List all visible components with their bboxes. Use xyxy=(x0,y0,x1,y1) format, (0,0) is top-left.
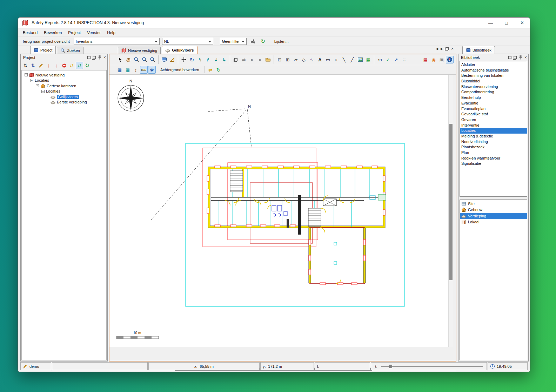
library-item[interactable]: Signalisatie xyxy=(460,161,527,167)
tree-row-floor-ground[interactable]: Gelijkvloers xyxy=(23,94,106,100)
zoom-out-tool-button[interactable] xyxy=(141,56,148,63)
select-tool-button[interactable] xyxy=(116,56,124,63)
tree-label-floor-first[interactable]: Eerste verdieping xyxy=(57,100,87,104)
table-tool-icon[interactable]: ▦ xyxy=(364,56,372,63)
tree-row-locaties2[interactable]: − Locaties xyxy=(23,89,106,94)
library-item[interactable]: Evacuatieplan xyxy=(460,106,527,112)
legend-grid-icon[interactable]: ▦ xyxy=(422,56,429,63)
tree-row-floor-first[interactable]: Eerste verdieping xyxy=(23,100,106,105)
collapse-icon[interactable]: − xyxy=(41,90,45,93)
library-item[interactable]: Eerste hulp xyxy=(460,95,527,101)
image-tool-button[interactable] xyxy=(356,56,364,63)
pin-icon[interactable] xyxy=(98,55,101,60)
grid-resize-icon[interactable]: ▦ xyxy=(124,66,132,74)
move-down-icon[interactable]: ↓ xyxy=(53,62,60,69)
library-item[interactable]: Noodverlichting xyxy=(460,139,527,145)
tab-gelijkvloers[interactable]: Gelijkvloers xyxy=(162,46,197,54)
snap-corner-2-icon[interactable]: ↱ xyxy=(204,56,212,63)
floor-plan-svg[interactable]: N N xyxy=(109,75,448,347)
tab-eigenschappen[interactable]: Eigenschappen xyxy=(148,372,188,372)
zoom-slider[interactable] xyxy=(381,366,483,367)
tab-relaties[interactable]: Relaties xyxy=(189,372,217,372)
float-document-icon[interactable] xyxy=(446,47,449,50)
tab-bibliotheek[interactable]: Bibliotheek xyxy=(462,46,495,54)
lists-button[interactable]: Lijsten... xyxy=(274,39,289,43)
library-item[interactable]: Plaatsbezoek xyxy=(460,144,527,150)
tree-row-root[interactable]: − Nieuwe vestiging xyxy=(23,72,106,78)
tree-row-building[interactable]: − Certeso kantoren xyxy=(23,83,106,89)
level-item-gebouw[interactable]: Gebouw xyxy=(460,207,527,213)
close-panel-icon[interactable]: × xyxy=(524,56,527,59)
collapse-icon[interactable]: − xyxy=(36,84,39,87)
freehand-tool-icon[interactable]: ╱ xyxy=(348,56,356,63)
tab-rapporten[interactable]: Rapporten xyxy=(243,372,275,372)
vertical-scrollbar[interactable] xyxy=(448,75,453,347)
north-compass-button[interactable] xyxy=(446,56,454,63)
sort-descending-icon[interactable]: ⇅ xyxy=(29,62,37,69)
grid-toggle-icon[interactable]: ▦ xyxy=(116,66,123,74)
tab-nieuwe-vestiging[interactable]: Nieuwe vestiging xyxy=(118,47,161,54)
zoom-in-tool-button[interactable] xyxy=(133,56,140,63)
library-item[interactable]: Blusmiddel xyxy=(460,79,527,84)
dock-window-icon[interactable] xyxy=(508,56,511,59)
line-tool-icon[interactable]: ╲ xyxy=(340,56,348,63)
prev-tab-icon[interactable]: ◀ xyxy=(436,47,438,50)
tree-label-root[interactable]: Nieuwe vestiging xyxy=(35,73,65,77)
menu-venster[interactable]: Venster xyxy=(84,29,104,36)
redo-icon[interactable]: ↻ xyxy=(215,66,222,74)
tab-media[interactable]: Media xyxy=(218,372,242,372)
block-button[interactable] xyxy=(60,62,68,69)
minimize-button[interactable]: — xyxy=(483,18,498,28)
library-item[interactable]: Melding & detectie xyxy=(460,134,527,139)
library-item[interactable]: Automatische blusinstallatie xyxy=(460,68,527,73)
set-square-button[interactable] xyxy=(168,56,176,63)
fit-screen-button[interactable] xyxy=(160,56,168,63)
vertical-scrollbar-thumb[interactable] xyxy=(449,124,453,280)
library-item[interactable]: Compartimentering xyxy=(460,89,527,95)
level-item-lokaal[interactable]: Lokaal xyxy=(460,219,527,225)
close-document-icon[interactable]: × xyxy=(451,47,454,50)
library-item-selected[interactable]: Locaties xyxy=(460,128,527,134)
transform-tool-icon[interactable]: ▱ xyxy=(292,56,300,63)
float-window-icon[interactable] xyxy=(93,56,96,59)
tab-tekening[interactable]: Tekening xyxy=(116,372,147,372)
tab-project[interactable]: Project xyxy=(30,46,56,54)
text-tool-icon[interactable]: A xyxy=(316,56,324,63)
library-item[interactable]: Afsluiter xyxy=(460,62,527,68)
maximize-button[interactable]: □ xyxy=(498,18,514,28)
snap-corner-4-icon[interactable]: ↳ xyxy=(220,56,228,63)
library-level-list[interactable]: Site Gebouw xyxy=(460,200,527,360)
library-category-list[interactable]: Afsluiter Automatische blusinstallatie B… xyxy=(460,61,527,197)
reload-tree-icon[interactable]: ↻ xyxy=(83,62,91,69)
tree-label-locaties[interactable]: Locaties xyxy=(35,78,49,82)
viewport-tool-icon[interactable]: ⊡ xyxy=(276,56,283,63)
measure-scale-button[interactable] xyxy=(140,66,148,74)
library-item[interactable]: Gevaren xyxy=(460,117,527,123)
inventory-select[interactable]: Inventaris xyxy=(74,38,160,45)
tree-row-locaties[interactable]: − Locaties xyxy=(23,78,106,83)
menu-bewerken[interactable]: Bewerken xyxy=(41,29,65,36)
title-bar[interactable]: Safety Reports 2.8.14.1 INSPECTION 4.3: … xyxy=(18,18,530,28)
library-item[interactable]: Bestemming van lokalen xyxy=(460,73,527,79)
close-panel-icon[interactable]: × xyxy=(103,56,106,59)
close-button[interactable]: × xyxy=(514,18,530,28)
dimension-tool-icon[interactable]: ↤ xyxy=(376,56,384,63)
record-disc-2-icon[interactable]: ● xyxy=(256,56,264,63)
move-tool-button[interactable] xyxy=(180,56,188,63)
filter-sliders-button[interactable] xyxy=(249,38,257,45)
menu-bestand[interactable]: Bestand xyxy=(20,29,41,36)
copy-button[interactable] xyxy=(232,56,240,63)
symbol-ring-icon[interactable]: ◉ xyxy=(430,56,437,63)
level-item-site[interactable]: Site xyxy=(460,201,527,207)
snap-corner-3-icon[interactable]: ↲ xyxy=(212,56,220,63)
tree-label-locaties2[interactable]: Locaties xyxy=(46,89,60,93)
filter-select[interactable]: Geen filter xyxy=(220,38,247,45)
back-to-project-button[interactable]: Terug naar project overzicht xyxy=(22,39,70,43)
move-up-icon[interactable]: ↑ xyxy=(45,62,52,69)
ellipse-tool-icon[interactable]: ○ xyxy=(332,56,340,63)
language-select[interactable]: NL xyxy=(162,38,213,45)
polyline-tool-icon[interactable]: ∿ xyxy=(308,56,316,63)
link-tool-icon[interactable]: ↗ xyxy=(392,56,400,63)
library-item[interactable]: Gevaarlijke stof xyxy=(460,111,527,117)
collapse-icon[interactable]: − xyxy=(25,73,28,76)
